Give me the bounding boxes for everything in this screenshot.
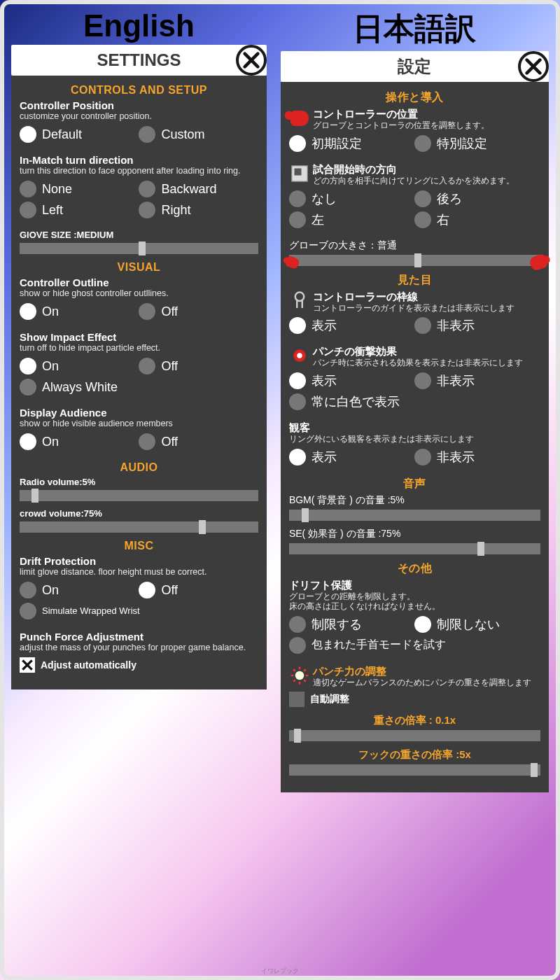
radio-impact-white-jp[interactable]: 常に白色で表示 [289,393,540,410]
radio-volume-en: Radio volume:5% [20,477,258,501]
controller-position-jp: コントローラーの位置 グローブとコントローラの位置を調整します。 初期設定 特別… [289,108,540,156]
close-icon [524,57,543,76]
radio-custom-jp[interactable]: 特別設定 [414,135,540,152]
radio-impact-on[interactable]: On [20,358,139,374]
column-japanese: 日本語訳 設定 操作と導入 コントローラーの位置 グローブとコントローラの位置を… [281,8,549,969]
settings-title-en: SETTINGS [11,50,267,70]
panel-header-en: SETTINGS [11,45,267,76]
impact-effect-en: Show Impact Effect turn off to hide impa… [20,331,258,400]
bgm-volume-jp: BGM( 背景音 ) の音量 :5% [289,494,540,521]
auto-adjust-checkbox-jp[interactable]: 自動調整 [289,692,540,707]
radio-left-jp[interactable]: 左 [289,211,415,228]
section-visual-jp: 見た目 [289,273,540,288]
radio-drift-wrist-jp[interactable]: 包まれた手首モードを試す [289,637,540,654]
section-controls-jp: 操作と導入 [289,90,540,105]
radio-drift-wrist[interactable]: Simulate Wrapped Wrist [20,603,258,620]
display-audience-jp: 観客 リング外にいる観客を表示または非表示にします 表示 非表示 [289,421,540,470]
footer-credit: イワレブック [4,967,556,976]
radio-impact-off[interactable]: Off [139,358,258,374]
glove-size-slider-jp[interactable] [289,255,540,266]
panel-header-jp: 設定 [281,51,549,82]
hook-multiplier-slider[interactable] [289,764,540,776]
radio-aud-on-jp[interactable]: 表示 [289,449,415,465]
radio-impact-white[interactable]: Always White [20,379,258,396]
turn-direction-jp: 試合開始時の方向 どの方向を相手に向けてリングに入るかを決めます。 なし 後ろ … [289,163,540,232]
radio-left[interactable]: Left [20,202,139,218]
se-volume-slider[interactable] [289,543,540,554]
section-audio-en: AUDIO [20,461,258,474]
radio-drift-off-jp[interactable]: 制限しない [414,616,540,633]
controller-position-en: Controller Position customize your contr… [20,99,258,147]
column-english: English SETTINGS CONTROLS AND SETUP Cont… [11,8,267,969]
radio-outline-off[interactable]: Off [139,303,258,320]
radio-none[interactable]: None [20,181,139,197]
radio-none-jp[interactable]: なし [289,190,415,207]
glove-size-en: GlOVE SIZE :MEDIUM [20,230,258,254]
radio-impact-on-jp[interactable]: 表示 [289,372,415,389]
svg-point-4 [297,354,302,359]
svg-point-5 [295,671,304,680]
punch-force-en: Punch Force Adjustment adjust the mass o… [20,631,258,673]
se-volume-jp: SE( 効果音 ) の音量 :75% [289,528,540,554]
glove-icon [289,108,310,129]
hook-multiplier-jp: フックの重さの倍率 :5x [289,748,540,776]
display-audience-en: Display Audience show or hide visible au… [20,407,258,454]
svg-point-2 [295,292,304,301]
section-audio-jp: 音声 [289,477,540,491]
svg-rect-1 [294,168,301,175]
language-label-jp: 日本語訳 [281,8,549,50]
radio-aud-off-jp[interactable]: 非表示 [414,449,540,465]
controller-outline-jp: コントローラーの枠線 コントローラーのガイドを表示または非表示にします 表示 非… [289,290,540,339]
radio-outline-on[interactable]: On [20,303,139,320]
drift-protection-en: Drift Protection limit glove distance. f… [20,555,258,624]
settings-title-jp: 設定 [281,55,549,78]
radio-drift-on-jp[interactable]: 制限する [289,616,415,633]
close-button-en[interactable] [236,45,267,76]
auto-adjust-checkbox-en[interactable]: Adjust automatically [20,657,258,673]
crowd-volume-slider[interactable] [20,522,258,533]
radio-aud-on[interactable]: On [20,433,139,450]
panel-jp: 操作と導入 コントローラーの位置 グローブとコントローラの位置を調整します。 初… [281,82,549,792]
radio-right[interactable]: Right [139,202,258,218]
controller-icon [289,290,310,312]
close-icon [241,50,261,70]
radio-drift-off[interactable]: Off [139,582,258,598]
drift-protection-jp: ドリフト保護 グローブとの距離を制限します。 床の高さは正しくなければなりません… [289,579,540,658]
glove-size-slider[interactable] [20,243,258,254]
crowd-volume-en: crowd volume:75% [20,508,258,533]
mass-multiplier-jp: 重さの倍率 : 0.1x [289,714,540,741]
radio-impact-off-jp[interactable]: 非表示 [414,372,540,389]
compass-icon [289,163,310,184]
close-icon [20,658,34,672]
section-controls-en: CONTROLS AND SETUP [20,84,258,97]
section-misc-en: MISC [20,540,258,552]
lightbulb-icon [289,665,310,686]
radio-right-jp[interactable]: 右 [414,211,540,228]
radio-backward-jp[interactable]: 後ろ [414,190,540,207]
radio-aud-off[interactable]: Off [139,433,258,450]
controller-outline-en: Controller Outline show or hide ghost co… [20,276,258,324]
panel-en: CONTROLS AND SETUP Controller Position c… [11,76,267,690]
glove-size-jp: グローブの大きさ：普通 [289,239,540,266]
radio-custom[interactable]: Custom [139,126,258,143]
section-misc-jp: その他 [289,561,540,576]
radio-default-jp[interactable]: 初期設定 [289,135,415,152]
radio-outline-on-jp[interactable]: 表示 [289,317,415,334]
punch-force-jp: パンチ力の調整 適切なゲームバランスのためにパンチの重さを調整します 自動調整 [289,665,540,708]
language-label-en: English [11,8,267,43]
impact-effect-jp: パンチの衝撃効果 パンチ時に表示される効果を表示または非表示にします 表示 非表… [289,345,540,414]
radio-backward[interactable]: Backward [139,181,258,197]
turn-direction-en: In-Match turn direction turn this direct… [20,154,258,223]
radio-outline-off-jp[interactable]: 非表示 [414,317,540,334]
section-visual-en: VISUAL [20,261,258,274]
radio-drift-on[interactable]: On [20,582,139,598]
mass-multiplier-slider[interactable] [289,730,540,741]
bgm-volume-slider[interactable] [289,510,540,521]
close-button-jp[interactable] [518,51,549,82]
radio-volume-slider[interactable] [20,490,258,501]
impact-icon [289,345,310,366]
radio-default[interactable]: Default [20,126,139,143]
